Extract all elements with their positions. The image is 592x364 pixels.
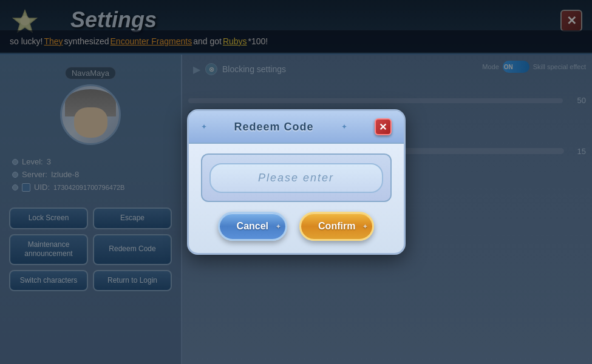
confirm-button[interactable]: Confirm: [299, 212, 374, 241]
modal-deco-right: ✦: [341, 123, 347, 131]
modal-title-bar: ✦ Redeem Code ✦ ✕: [189, 111, 404, 144]
modal-buttons: Cancel Confirm: [189, 212, 404, 241]
redeem-code-input[interactable]: [209, 163, 383, 193]
redeem-code-dialog: ✦ Redeem Code ✦ ✕ Cancel Confirm: [187, 109, 406, 255]
modal-title: Redeem Code: [234, 121, 313, 133]
modal-deco-left: ✦: [201, 123, 207, 131]
cancel-button[interactable]: Cancel: [218, 212, 287, 241]
modal-close-button[interactable]: ✕: [375, 118, 392, 135]
modal-overlay: ✦ Redeem Code ✦ ✕ Cancel Confirm: [0, 0, 592, 364]
modal-input-area: [201, 153, 392, 202]
